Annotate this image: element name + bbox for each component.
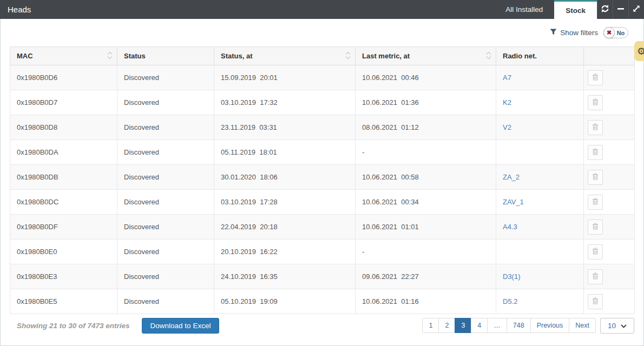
radio-net-link[interactable]: ZA_2 [503, 173, 520, 181]
minimize-icon [617, 5, 625, 15]
delete-button[interactable] [588, 120, 603, 135]
delete-button[interactable] [588, 269, 603, 284]
status-cell: Discovered [117, 190, 214, 215]
radio-net-cell: ZA_2 [496, 165, 584, 190]
status-cell: Discovered [117, 140, 214, 165]
tab-stock[interactable]: Stock [554, 0, 597, 19]
last-metric-at-cell: 10.06.2021 01:36 [356, 90, 496, 115]
delete-button[interactable] [588, 195, 603, 210]
mac-cell: 0x1980B0D7 [10, 90, 117, 115]
page-button-ellipsis[interactable]: … [487, 318, 507, 333]
last-metric-at-cell: - [356, 239, 496, 264]
trash-icon [592, 173, 599, 182]
column-header-status[interactable]: Status [117, 47, 214, 65]
status-cell: Discovered [117, 215, 214, 239]
radio-net-cell: D3(1) [496, 264, 584, 289]
mac-cell: 0x1980B0E0 [10, 239, 117, 264]
table-row: 0x1980B0D6Discovered15.09.2019 20:0110.0… [10, 65, 635, 90]
status-at-cell: 05.10.2019 19:09 [214, 289, 356, 314]
trash-icon [592, 248, 599, 256]
heads-table: MAC Status Status, at [10, 46, 635, 314]
refresh-button[interactable] [597, 0, 613, 19]
settings-flyout-tab[interactable]: ⚙ [634, 41, 644, 61]
actions-cell [584, 65, 635, 90]
radio-net-link[interactable]: K2 [503, 98, 511, 107]
sort-icon[interactable] [107, 51, 113, 61]
page-button-3-active[interactable]: 3 [455, 318, 471, 333]
next-page-button[interactable]: Next [569, 318, 596, 333]
toggle-state-label: No [615, 30, 628, 36]
show-filters-control[interactable]: Show filters ✖ No [550, 27, 628, 38]
delete-button[interactable] [588, 219, 603, 235]
table-row: 0x1980B0D8Discovered23.11.2019 03:3108.0… [10, 115, 635, 140]
actions-cell [584, 264, 635, 289]
status-at-cell: 24.10.2019 16:35 [214, 264, 356, 289]
delete-button[interactable] [588, 145, 603, 160]
sort-icon[interactable] [485, 51, 492, 61]
table-footer: Showing 21 to 30 of 7473 entries Downloa… [10, 317, 634, 334]
delete-button[interactable] [588, 70, 603, 85]
gear-icon: ⚙ [637, 46, 644, 56]
delete-button[interactable] [588, 170, 603, 185]
titlebar: Heads All Installed Stock [0, 0, 644, 19]
actions-cell [584, 90, 635, 115]
sort-icon[interactable] [345, 51, 351, 61]
minimize-button[interactable] [613, 0, 628, 19]
last-metric-at-cell: 08.06.2021 01:12 [356, 115, 496, 140]
trash-icon [592, 148, 599, 157]
mac-cell: 0x1980B0D6 [10, 65, 117, 90]
delete-button[interactable] [588, 95, 603, 110]
status-cell: Discovered [117, 264, 214, 289]
trash-icon [592, 98, 599, 107]
page-size-select[interactable]: 10 [600, 318, 634, 334]
radio-net-link[interactable]: D3(1) [503, 272, 521, 281]
show-filters-toggle[interactable]: ✖ No [603, 27, 628, 38]
radio-net-cell: A4.3 [496, 215, 584, 239]
filters-row: Show filters ✖ No [1, 19, 643, 46]
actions-cell [584, 115, 635, 140]
radio-net-link[interactable]: A7 [503, 74, 511, 82]
radio-net-cell [496, 239, 584, 264]
delete-button[interactable] [588, 244, 603, 260]
status-cell: Discovered [117, 65, 214, 90]
status-at-cell: 05.11.2019 18:01 [214, 140, 356, 165]
radio-net-link[interactable]: V2 [503, 123, 511, 131]
status-at-cell: 15.09.2019 20:01 [214, 65, 356, 90]
page-button-4[interactable]: 4 [471, 318, 488, 333]
pagination: 1 2 3 4 … 748 Previous Next [422, 318, 596, 333]
column-header-radio-net[interactable]: Radio net. [496, 47, 584, 65]
previous-page-button[interactable]: Previous [530, 318, 570, 333]
mac-cell: 0x1980B0DB [10, 165, 117, 190]
actions-cell [584, 289, 635, 314]
column-header-last-metric-at[interactable]: Last metric, at [356, 47, 496, 65]
status-at-cell: 23.11.2019 03:31 [214, 115, 356, 140]
status-cell: Discovered [117, 115, 214, 140]
table-row: 0x1980B0E3Discovered24.10.2019 16:3509.0… [10, 264, 635, 289]
column-header-status-at[interactable]: Status, at [214, 47, 356, 65]
chevron-down-icon [621, 322, 627, 330]
status-at-cell: 22.04.2019 20:18 [214, 215, 356, 239]
mac-cell: 0x1980B0E5 [10, 289, 117, 314]
page-button-1[interactable]: 1 [422, 318, 439, 333]
trash-icon [592, 272, 599, 281]
mac-cell: 0x1980B0E3 [10, 264, 117, 289]
radio-net-link[interactable]: A4.3 [503, 223, 517, 231]
mac-cell: 0x1980B0DF [10, 215, 117, 239]
status-at-cell: 30.01.2020 18:06 [214, 165, 356, 190]
expand-button[interactable] [628, 0, 644, 19]
radio-net-link[interactable]: ZAV_1 [503, 198, 524, 206]
actions-cell [584, 190, 635, 215]
status-cell: Discovered [117, 90, 214, 115]
table-row: 0x1980B0DBDiscovered30.01.2020 18:0610.0… [10, 165, 635, 190]
delete-button[interactable] [588, 294, 603, 309]
page-button-748[interactable]: 748 [507, 318, 531, 333]
column-header-mac[interactable]: MAC [10, 47, 117, 65]
radio-net-link[interactable]: D5.2 [503, 297, 517, 305]
page-button-2[interactable]: 2 [438, 318, 455, 333]
actions-cell [584, 140, 635, 165]
tab-all-installed[interactable]: All Installed [494, 0, 554, 19]
column-header-actions [584, 47, 635, 65]
status-at-cell: 03.10.2019 17:32 [214, 90, 356, 115]
page-title: Heads [0, 5, 494, 14]
download-to-excel-button[interactable]: Download to Excel [142, 318, 220, 334]
